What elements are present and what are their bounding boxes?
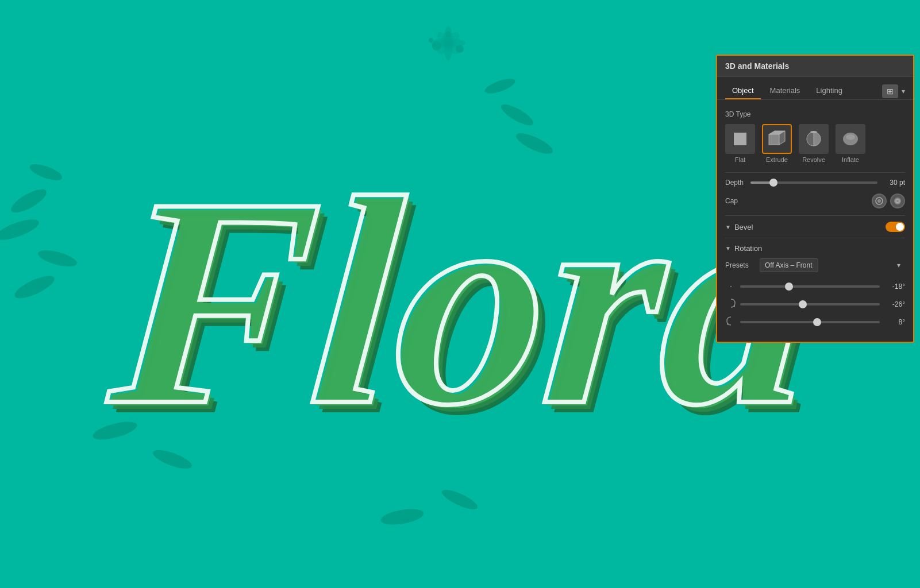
presets-select[interactable]: Off Axis – Front Front Back Left Right T… (760, 258, 818, 272)
panel-body: 3D Type Flat Extrude (717, 100, 913, 342)
tab-object[interactable]: Object (725, 83, 761, 99)
depth-thumb[interactable] (769, 179, 777, 187)
svg-point-30 (810, 131, 817, 133)
tab-lighting[interactable]: Lighting (809, 83, 849, 99)
cap-icons (872, 194, 905, 208)
divider-1 (725, 172, 905, 173)
rotation-y-row: -26° (725, 298, 905, 310)
rotation-x-row: · -18° (725, 280, 905, 292)
cap-option-1[interactable] (872, 194, 887, 208)
x-axis-icon: · (725, 280, 737, 292)
type-flat-button[interactable]: Flat (725, 124, 755, 163)
z-axis-icon (725, 316, 737, 328)
depth-value: 30 pt (882, 179, 905, 187)
cap-label: Cap (725, 197, 872, 205)
depth-label: Depth (725, 179, 746, 187)
bevel-chevron: ▼ (725, 224, 731, 230)
revolve-icon (799, 124, 829, 154)
presets-wrapper: Off Axis – Front Front Back Left Right T… (760, 258, 905, 272)
rotation-section-header[interactable]: ▼ Rotation (725, 244, 905, 253)
cap-row: Cap (725, 194, 905, 208)
inflate-label: Inflate (842, 156, 859, 163)
rotation-title: Rotation (734, 244, 762, 253)
chevron-down-icon: ▾ (902, 87, 905, 95)
flat-label: Flat (735, 156, 745, 163)
revolve-label: Revolve (802, 156, 825, 163)
bevel-toggle[interactable] (886, 222, 905, 232)
flat-icon (725, 124, 755, 154)
y-axis-value: -26° (883, 300, 905, 308)
z-axis-thumb[interactable] (813, 318, 821, 326)
x-axis-value: -18° (883, 283, 905, 291)
panel-header: 3D and Materials (717, 56, 913, 77)
3d-type-grid: Flat Extrude (725, 124, 905, 163)
type-extrude-button[interactable]: Extrude (762, 124, 792, 163)
z-axis-value: 8° (883, 318, 905, 326)
divider-2 (725, 215, 905, 216)
svg-point-34 (877, 199, 881, 203)
rotation-chevron: ▼ (725, 245, 731, 252)
y-axis-thumb[interactable] (799, 300, 807, 308)
presets-label: Presets (725, 261, 755, 269)
grid-icon: ⊞ (887, 87, 894, 96)
z-axis-slider[interactable] (740, 321, 880, 323)
extrude-icon (762, 124, 792, 154)
extrude-label: Extrude (766, 156, 788, 163)
rotation-z-row: 8° (725, 316, 905, 328)
x-axis-slider[interactable] (740, 285, 880, 288)
presets-row: Presets Off Axis – Front Front Back Left… (725, 258, 905, 272)
3d-materials-panel: 3D and Materials Object Materials Lighti… (716, 55, 914, 343)
depth-slider[interactable] (750, 181, 877, 184)
y-axis-icon (725, 298, 737, 310)
divider-3 (725, 238, 905, 238)
panel-tabs: Object Materials Lighting ⊞ ▾ (717, 77, 913, 100)
x-axis-thumb[interactable] (785, 283, 793, 291)
panel-title: 3D and Materials (725, 61, 789, 71)
panel-menu-button[interactable]: ⊞ (882, 84, 898, 98)
svg-point-32 (846, 134, 855, 140)
type-inflate-button[interactable]: Inflate (836, 124, 865, 163)
svg-point-9 (445, 40, 452, 47)
inflate-icon (836, 124, 865, 154)
svg-rect-27 (769, 134, 779, 145)
bevel-section-header[interactable]: ▼ Bevel (725, 222, 905, 232)
3d-type-label: 3D Type (725, 110, 905, 118)
svg-point-35 (894, 198, 901, 204)
y-axis-slider[interactable] (740, 303, 880, 305)
tab-materials[interactable]: Materials (763, 83, 807, 99)
depth-row: Depth 30 pt (725, 179, 905, 187)
bevel-title: Bevel (734, 223, 753, 231)
cap-option-2[interactable] (890, 194, 905, 208)
svg-rect-26 (734, 133, 746, 145)
type-revolve-button[interactable]: Revolve (799, 124, 829, 163)
